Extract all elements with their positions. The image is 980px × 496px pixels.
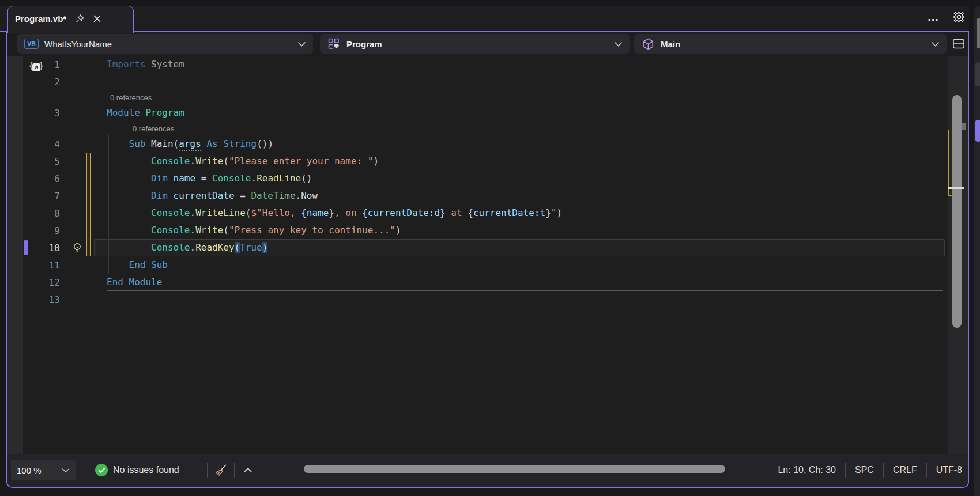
line-number: 11	[23, 260, 60, 271]
code-token: currentDate	[168, 190, 235, 201]
code-text: End Module	[107, 274, 162, 291]
code-token: True	[240, 242, 262, 253]
code-token: name	[168, 173, 195, 184]
line-number: 9	[23, 225, 60, 236]
vertical-scrollbar[interactable]	[948, 56, 968, 455]
pin-icon[interactable]	[71, 11, 88, 26]
close-icon[interactable]	[88, 11, 105, 26]
code-token: $"Hello,	[251, 207, 301, 218]
type-dropdown[interactable]: Program	[320, 34, 630, 54]
code-line-9[interactable]: 9 Console.Write("Press any key to contin…	[7, 222, 968, 239]
code-token: Program	[145, 107, 184, 118]
no-issues-check-icon	[95, 464, 108, 476]
adjacent-scrollbar-thumb	[977, 18, 980, 48]
member-dropdown[interactable]: Main	[634, 34, 947, 54]
code-line-6[interactable]: 6 Dim name = Console.ReadLine()	[7, 170, 968, 187]
code-token: Console	[151, 207, 190, 218]
vertical-scrollbar-thumb[interactable]	[952, 95, 962, 328]
code-text: Console.Write("Press any key to continue…	[107, 222, 401, 239]
code-token: Console	[151, 156, 190, 166]
code-cleanup-group	[207, 463, 255, 478]
tab-program-vb[interactable]: Program.vb*	[7, 6, 134, 33]
zoom-dropdown[interactable]: 100 %	[11, 460, 76, 480]
project-dropdown-label: WhatIsYourName	[44, 39, 112, 49]
code-token: .	[190, 242, 196, 253]
code-token: :	[429, 207, 435, 218]
code-token: (	[223, 225, 229, 236]
code-token	[107, 242, 151, 253]
split-window-icon[interactable]	[951, 36, 967, 51]
project-dropdown[interactable]: VB WhatIsYourName	[17, 34, 313, 54]
editor-status-bar: 100 % No issues found	[7, 454, 968, 487]
line-number: 13	[23, 294, 60, 305]
code-line-5[interactable]: 5 Console.Write("Please enter your name:…	[7, 153, 968, 170]
code-token	[201, 138, 207, 149]
code-token: (	[223, 156, 229, 166]
code-token: .	[190, 207, 196, 218]
code-token: As	[206, 138, 217, 149]
caret-position[interactable]: Ln: 10, Ch: 30	[778, 465, 836, 475]
code-token: Now	[301, 190, 318, 201]
codelens-row: 0 references	[7, 90, 968, 104]
code-text: Dim name = Console.ReadLine()	[107, 170, 312, 187]
code-token: Dim	[151, 173, 168, 184]
line-number: 2	[23, 77, 60, 88]
code-token	[107, 156, 151, 166]
code-token: .	[251, 173, 257, 184]
chevron-up-icon[interactable]	[240, 463, 255, 478]
line-ending[interactable]: CRLF	[893, 465, 917, 475]
code-token: t	[540, 207, 545, 218]
issues-text: No issues found	[113, 465, 179, 475]
code-line-4[interactable]: 4 Sub Main(args As String())	[7, 135, 968, 153]
code-line-1[interactable]: 1Imports System	[7, 56, 968, 73]
code-token: }	[440, 207, 446, 218]
adjacent-panel-fragment	[975, 62, 980, 86]
code-line-2[interactable]: 2	[7, 73, 968, 90]
code-token: .	[190, 225, 196, 236]
change-tracking-bar	[86, 153, 91, 256]
code-text: Module Program	[107, 104, 184, 122]
code-line-7[interactable]: 7 Dim currentDate = DateTime.Now	[7, 187, 968, 205]
line-number: 6	[23, 173, 60, 184]
code-token: WriteLine	[195, 207, 246, 218]
indentation-mode[interactable]: SPC	[855, 465, 874, 475]
tab-bar	[0, 6, 969, 32]
horizontal-scrollbar-thumb[interactable]	[304, 465, 725, 473]
issues-indicator[interactable]: No issues found	[95, 460, 179, 480]
code-token: currentDate	[368, 207, 429, 218]
code-token: Console	[151, 242, 190, 253]
code-token: currentDate	[473, 207, 534, 218]
encoding[interactable]: UTF-8	[936, 465, 962, 475]
code-text: Console.Write("Please enter your name: "…	[107, 153, 379, 170]
code-line-3[interactable]: 3Module Program	[7, 104, 968, 122]
chevron-down-icon	[297, 41, 306, 47]
code-cleanup-broom-icon[interactable]	[213, 463, 228, 478]
code-token: Console	[212, 173, 251, 184]
gear-icon[interactable]	[950, 8, 967, 25]
code-line-13[interactable]: 13	[7, 291, 968, 308]
codelens-row: 0 references	[7, 122, 968, 135]
lightbulb-icon[interactable]	[70, 241, 84, 255]
window-toolbar: …	[925, 8, 967, 25]
code-token	[107, 225, 151, 236]
code-token: at	[446, 207, 468, 218]
codelens-references[interactable]: 0 references	[133, 124, 174, 133]
code-line-12[interactable]: 12End Module	[7, 274, 968, 291]
code-token: (	[235, 242, 240, 253]
code-line-8[interactable]: 8 Console.WriteLine($"Hello, {name}, on …	[7, 205, 968, 222]
more-options-button[interactable]: …	[925, 8, 942, 25]
line-number: 10	[23, 243, 60, 253]
code-token	[140, 107, 146, 118]
codelens-references[interactable]: 0 references	[110, 93, 152, 102]
code-editor[interactable]: { } 1Imports System20 references3Module …	[7, 56, 968, 455]
line-number: 3	[23, 108, 60, 119]
code-token: d	[434, 207, 440, 218]
code-token: ReadKey	[195, 242, 234, 253]
imports-braces-icon[interactable]: { }	[28, 58, 51, 73]
code-text: Imports System	[107, 56, 184, 73]
code-token: Dim	[151, 190, 168, 201]
code-token: ())	[257, 138, 273, 149]
code-line-11[interactable]: 11 End Sub	[7, 256, 968, 274]
tab-title: Program.vb*	[15, 14, 66, 24]
code-line-10[interactable]: 10 Console.ReadKey(True)	[7, 239, 968, 256]
